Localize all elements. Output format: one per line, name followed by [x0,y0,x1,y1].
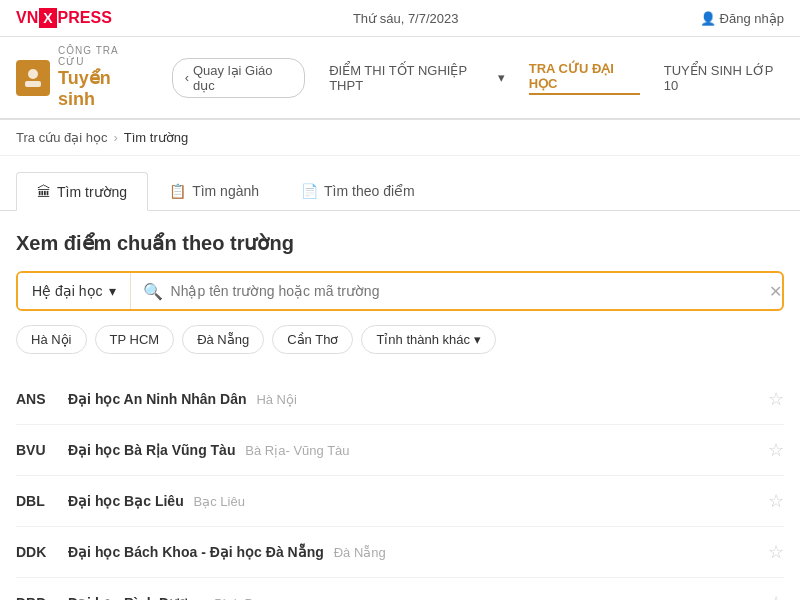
search-input[interactable] [171,273,757,309]
school-info: Đại học Bạc Liêu Bạc Liêu [68,493,756,509]
breadcrumb-sep: › [113,130,117,145]
filter-tp-hcm[interactable]: TP HCM [95,325,175,354]
header-date: Thứ sáu, 7/7/2023 [353,11,459,26]
school-list: ANS Đại học An Ninh Nhân Dân Hà Nội ☆ BV… [16,374,784,600]
svg-rect-1 [25,81,41,87]
favorite-button[interactable]: ☆ [768,541,784,563]
chevron-down-icon: ▾ [498,70,505,85]
school-code: DDK [16,544,56,560]
table-row: ANS Đại học An Ninh Nhân Dân Hà Nội ☆ [16,374,784,425]
breadcrumb-parent[interactable]: Tra cứu đại học [16,130,107,145]
filter-tinh-khac[interactable]: Tỉnh thành khác ▾ [361,325,496,354]
filter-chips: Hà Nội TP HCM Đà Nẵng Cần Thơ Tỉnh thành… [16,325,784,354]
school-name[interactable]: Đại học Bạc Liêu [68,493,184,509]
building-icon: 🏛 [37,184,51,200]
main-content: Xem điểm chuẩn theo trường Hệ đại học ▾ … [0,211,800,600]
school-code: DBD [16,595,56,600]
chevron-down-icon: ▾ [109,283,116,299]
tab-tim-truong[interactable]: 🏛 Tìm trường [16,172,148,211]
logo-vnxpress[interactable]: VNXPRESS [16,8,112,28]
school-name[interactable]: Đại học An Ninh Nhân Dân [68,391,246,407]
school-info: Đại học Bà Rịa Vũng Tàu Bà Rịa- Vũng Tàu [68,442,756,458]
search-input-wrap: 🔍 [131,273,769,309]
school-info: Đại học Bách Khoa - Đại học Đà Nẵng Đà N… [68,544,756,560]
table-row: DBD Đại học Bình Dương Bình Dương ☆ [16,578,784,600]
favorite-button[interactable]: ☆ [768,388,784,410]
school-code: ANS [16,391,56,407]
brand-main-label: Tuyển sinh [58,67,148,110]
chevron-down-icon: ▾ [474,332,481,347]
search-row: Hệ đại học ▾ 🔍 ✕ [16,271,784,311]
brand-logo: CÔNG TRA CỨU Tuyển sinh [16,45,148,110]
tabs-container: 🏛 Tìm trường 📋 Tìm ngành 📄 Tìm theo điểm [0,156,800,211]
breadcrumb: Tra cứu đại học › Tìm trường [0,120,800,156]
breadcrumb-current: Tìm trường [124,130,188,145]
school-info: Đại học An Ninh Nhân Dân Hà Nội [68,391,756,407]
table-row: BVU Đại học Bà Rịa Vũng Tàu Bà Rịa- Vũng… [16,425,784,476]
school-code: DBL [16,493,56,509]
brand-top-label: CÔNG TRA CỨU [58,45,148,67]
search-icon: 🔍 [143,282,163,301]
logo-area: VNXPRESS [16,8,112,28]
doc-icon: 📄 [301,183,318,199]
list-icon: 📋 [169,183,186,199]
table-row: DDK Đại học Bách Khoa - Đại học Đà Nẵng … [16,527,784,578]
school-location: Bà Rịa- Vũng Tàu [245,443,349,458]
school-code: BVU [16,442,56,458]
favorite-button[interactable]: ☆ [768,439,784,461]
svg-point-0 [28,69,38,79]
nav-lop-10[interactable]: TUYỂN SINH LỚP 10 [664,63,784,93]
school-info: Đại học Bình Dương Bình Dương [68,595,756,600]
school-name[interactable]: Đại học Bách Khoa - Đại học Đà Nẵng [68,544,324,560]
chevron-left-icon: ‹ [185,70,189,85]
he-dropdown[interactable]: Hệ đại học ▾ [18,273,131,309]
school-location: Đà Nẵng [334,545,386,560]
favorite-button[interactable]: ☆ [768,592,784,600]
nav-dai-hoc[interactable]: TRA CỨU ĐẠI HỌC [529,61,640,95]
filter-ha-noi[interactable]: Hà Nội [16,325,87,354]
nav-tot-nghiep[interactable]: ĐIỂM THI TỐT NGHIỆP THPT ▾ [329,63,505,93]
table-row: DBL Đại học Bạc Liêu Bạc Liêu ☆ [16,476,784,527]
brand-icon [16,60,50,96]
tab-tim-nganh[interactable]: 📋 Tìm ngành [148,172,280,210]
favorite-button[interactable]: ☆ [768,490,784,512]
clear-button[interactable]: ✕ [769,282,782,301]
login-button[interactable]: 👤 Đăng nhập [700,11,784,26]
nav-links: ĐIỂM THI TỐT NGHIỆP THPT ▾ TRA CỨU ĐẠI H… [329,61,784,95]
user-icon: 👤 [700,11,716,26]
school-location: Bạc Liêu [194,494,245,509]
section-title: Xem điểm chuẩn theo trường [16,231,784,255]
school-name[interactable]: Đại học Bà Rịa Vũng Tàu [68,442,235,458]
school-location: Hà Nội [256,392,297,407]
school-location: Bình Dương [214,596,284,600]
tab-tim-diem[interactable]: 📄 Tìm theo điểm [280,172,436,210]
school-name[interactable]: Đại học Bình Dương [68,595,204,600]
filter-can-tho[interactable]: Cần Thơ [272,325,353,354]
filter-da-nang[interactable]: Đà Nẵng [182,325,264,354]
back-button[interactable]: ‹ Quay lại Giáo dục [172,58,305,98]
